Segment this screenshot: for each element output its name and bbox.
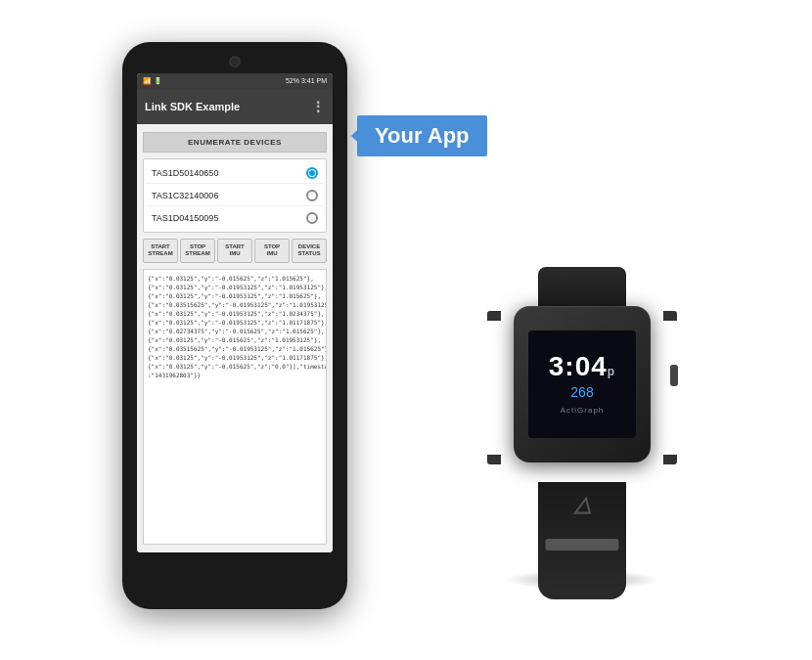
watch-ampm: p: [608, 365, 615, 378]
start-stream-button[interactable]: STARTSTREAM: [143, 239, 178, 264]
screen-content: ENUMERATE DEVICES TAS1D50140650 TAS1C321…: [137, 124, 333, 552]
app-bar-title: Link SDK Example: [145, 101, 240, 112]
watch-lug-top-left: [487, 311, 501, 321]
device-status-button[interactable]: DEVICESTATUS: [292, 239, 327, 264]
watch-band-bottom: △: [538, 482, 626, 599]
radio-empty-icon[interactable]: [306, 212, 318, 224]
watch-body: 3:04p 268 ActiGraph: [514, 306, 651, 462]
device-id: TAS1C32140006: [152, 191, 218, 200]
watch-brand-label: ActiGraph: [561, 406, 605, 415]
watch-steps: 268: [570, 384, 593, 400]
list-item[interactable]: TAS1D50140650: [146, 163, 324, 184]
list-item[interactable]: TAS1C32140006: [146, 186, 324, 206]
status-bar: 📶 🔋 52% 3:41 PM: [137, 73, 333, 89]
status-time: 52% 3:41 PM: [286, 77, 327, 84]
phone-screen: 📶 🔋 52% 3:41 PM Link SDK Example ⋮ ENUME…: [137, 73, 333, 552]
status-bar-right: 52% 3:41 PM: [286, 77, 327, 84]
stop-stream-button[interactable]: STOPSTREAM: [180, 239, 215, 264]
device-id: TAS1D50140650: [152, 168, 218, 178]
phone: 📶 🔋 52% 3:41 PM Link SDK Example ⋮ ENUME…: [122, 42, 347, 609]
watch: 3:04p 268 ActiGraph △: [445, 267, 719, 599]
scene: 📶 🔋 52% 3:41 PM Link SDK Example ⋮ ENUME…: [64, 22, 748, 638]
status-icons: 📶 🔋: [143, 77, 162, 85]
your-app-label: Your App: [357, 115, 487, 156]
band-clasp: [546, 539, 619, 550]
device-id: TAS1D04150095: [152, 213, 218, 223]
stop-imu-button[interactable]: STOPIMU: [254, 239, 290, 264]
watch-lug-top-right: [663, 311, 677, 321]
start-imu-button[interactable]: STARTIMU: [217, 239, 252, 264]
watch-side-button[interactable]: [670, 365, 678, 386]
action-buttons: STARTSTREAM STOPSTREAM STARTIMU STOPIMU …: [143, 239, 327, 264]
overflow-menu-icon[interactable]: ⋮: [311, 99, 325, 114]
watch-time: 3:04p: [549, 353, 615, 380]
radio-selected-icon[interactable]: [306, 167, 318, 179]
app-bar: Link SDK Example ⋮: [137, 89, 333, 124]
status-bar-left: 📶 🔋: [143, 77, 162, 85]
enumerate-devices-button[interactable]: ENUMERATE DEVICES: [143, 132, 327, 153]
watch-lug-bottom-right: [663, 455, 677, 464]
watch-time-value: 3:04: [549, 351, 608, 381]
watch-lug-bottom-left: [487, 455, 501, 464]
json-output: {"x":"0.03125","y":"-0.015625","z":"1.01…: [143, 269, 327, 544]
watch-screen: 3:04p 268 ActiGraph: [528, 330, 636, 438]
actigraph-logo-icon: △: [574, 492, 591, 517]
device-list: TAS1D50140650 TAS1C32140006 TAS1D0415009…: [143, 158, 327, 233]
list-item[interactable]: TAS1D04150095: [146, 208, 324, 228]
phone-camera: [229, 56, 241, 67]
radio-empty-icon[interactable]: [306, 190, 318, 201]
